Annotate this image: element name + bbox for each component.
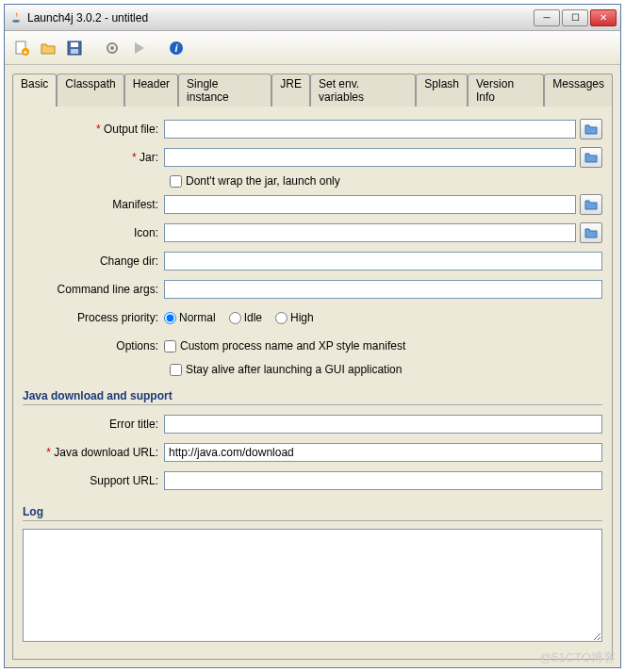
log-section-title: Log: [23, 505, 602, 521]
dont-wrap-checkbox[interactable]: [170, 175, 182, 188]
error-title-label: Error title:: [23, 418, 164, 431]
tab-classpath[interactable]: Classpath: [57, 74, 123, 107]
cmd-args-label: Command line args:: [23, 283, 164, 296]
tab-single-instance[interactable]: Single instance: [178, 74, 271, 107]
svg-text:✦: ✦: [23, 49, 28, 56]
icon-browse[interactable]: [580, 222, 602, 243]
minimize-button[interactable]: ─: [534, 9, 560, 26]
change-dir-label: Change dir:: [23, 254, 164, 268]
app-window: Launch4j 3.0.2 - untitled ─ ☐ ✕ ✦ i Basi…: [4, 4, 621, 668]
maximize-button[interactable]: ☐: [562, 9, 588, 26]
icon-input[interactable]: [164, 223, 576, 242]
manifest-label: Manifest:: [23, 198, 164, 211]
watermark: @51CTO博客: [539, 649, 616, 666]
error-title-input[interactable]: [164, 415, 602, 434]
open-button[interactable]: [37, 37, 59, 59]
log-textarea[interactable]: [23, 529, 602, 642]
tab-env-vars[interactable]: Set env. variables: [310, 74, 416, 107]
support-url-input[interactable]: [164, 471, 602, 490]
tab-splash[interactable]: Splash: [416, 74, 468, 107]
folder-icon: [584, 123, 598, 135]
output-file-input[interactable]: [164, 120, 576, 139]
priority-idle-radio[interactable]: [229, 312, 241, 324]
tab-basic[interactable]: Basic: [12, 74, 57, 107]
custom-process-checkbox[interactable]: [164, 340, 176, 352]
download-url-input[interactable]: [164, 443, 602, 462]
stay-alive-checkbox[interactable]: [170, 364, 182, 376]
java-icon: [8, 10, 24, 25]
folder-icon: [584, 152, 598, 163]
tab-messages[interactable]: Messages: [544, 74, 613, 107]
download-url-label: * Java download URL:: [23, 446, 164, 459]
output-file-label: * Output file:: [23, 123, 164, 136]
info-button[interactable]: i: [165, 37, 188, 59]
stay-alive-label: Stay alive after launching a GUI applica…: [186, 363, 402, 376]
folder-icon: [584, 227, 598, 238]
new-button[interactable]: ✦: [10, 37, 33, 59]
manifest-browse[interactable]: [580, 194, 602, 215]
jar-input[interactable]: [164, 148, 576, 167]
tab-panel-basic: * Output file: * Jar: Dont't wrap the ja…: [12, 106, 613, 660]
svg-rect-4: [71, 42, 78, 47]
svg-point-7: [110, 46, 114, 50]
run-button[interactable]: [127, 37, 150, 59]
cmd-args-input[interactable]: [164, 280, 602, 299]
priority-high-radio[interactable]: [275, 312, 288, 324]
settings-button[interactable]: [101, 37, 123, 59]
icon-label: Icon:: [23, 226, 164, 239]
priority-normal-radio[interactable]: [164, 312, 176, 324]
support-url-label: Support URL:: [23, 474, 164, 487]
jar-label: * Jar:: [23, 151, 164, 164]
java-section-title: Java download and support: [23, 389, 602, 405]
svg-rect-5: [71, 49, 78, 54]
dont-wrap-label: Dont't wrap the jar, launch only: [186, 174, 340, 188]
output-file-browse[interactable]: [580, 119, 602, 139]
window-title: Launch4j 3.0.2 - untitled: [27, 11, 534, 25]
save-button[interactable]: [63, 37, 86, 59]
tab-bar: Basic Classpath Header Single instance J…: [5, 65, 620, 106]
tab-version-info[interactable]: Version Info: [468, 74, 544, 107]
manifest-input[interactable]: [164, 195, 576, 214]
priority-label: Process priority:: [23, 311, 164, 324]
toolbar: ✦ i: [5, 31, 620, 65]
change-dir-input[interactable]: [164, 252, 602, 270]
window-controls: ─ ☐ ✕: [534, 9, 617, 26]
titlebar: Launch4j 3.0.2 - untitled ─ ☐ ✕: [5, 5, 620, 31]
jar-browse[interactable]: [580, 147, 602, 168]
tab-header[interactable]: Header: [124, 74, 178, 107]
close-button[interactable]: ✕: [590, 9, 617, 26]
folder-icon: [584, 199, 598, 210]
custom-process-label: Custom process name and XP style manifes…: [180, 339, 405, 352]
options-label: Options:: [23, 339, 164, 352]
tab-jre[interactable]: JRE: [271, 74, 310, 107]
